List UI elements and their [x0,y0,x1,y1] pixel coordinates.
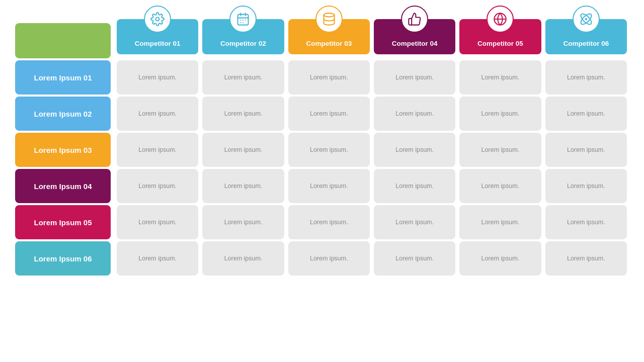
cell-text-3-2: Lorem ipsum. [224,146,263,153]
cell-text-5-4: Lorem ipsum. [395,219,434,226]
cell-text-6-6: Lorem ipsum. [567,255,605,262]
row-label-4: Lorem Ipsum 04 [15,169,111,203]
cell-text-5-1: Lorem ipsum. [138,219,177,226]
cell-text-1-4: Lorem ipsum. [395,74,434,81]
chart-container: Competitor 01 Competitor 02 Competitor 0… [15,19,629,278]
cell-text-2-1: Lorem ipsum. [138,110,177,117]
cell-text-1-6: Lorem ipsum. [567,74,605,81]
cell-text-1-1: Lorem ipsum. [138,74,177,81]
cell-1-3: Lorem ipsum. [288,60,370,95]
cell-text-4-6: Lorem ipsum. [567,183,605,190]
cell-3-6: Lorem ipsum. [545,133,627,167]
cell-text-3-6: Lorem ipsum. [567,146,605,153]
data-row-5: Lorem Ipsum 05Lorem ipsum.Lorem ipsum.Lo… [15,205,629,239]
cell-4-6: Lorem ipsum. [545,169,627,203]
competitor-header-3: Competitor 03 [288,19,370,58]
data-row-2: Lorem Ipsum 02Lorem ipsum.Lorem ipsum.Lo… [15,97,629,131]
row-label-3: Lorem Ipsum 03 [15,133,111,167]
cell-text-3-1: Lorem ipsum. [138,146,177,153]
cell-6-6: Lorem ipsum. [545,241,627,276]
cell-text-2-6: Lorem ipsum. [567,110,605,117]
cell-2-2: Lorem ipsum. [202,97,284,131]
competitor-header-1: Competitor 01 [117,19,198,58]
competitor-icon-6 [573,6,600,33]
cell-6-4: Lorem ipsum. [374,241,455,276]
competitor-icon-1 [144,6,171,33]
row-label-text-5: Lorem Ipsum 05 [34,218,92,227]
cell-text-3-5: Lorem ipsum. [481,146,520,153]
cell-text-4-5: Lorem ipsum. [481,183,520,190]
cell-2-5: Lorem ipsum. [459,97,541,131]
cell-3-4: Lorem ipsum. [374,133,455,167]
cell-3-3: Lorem ipsum. [288,133,370,167]
competitor-name-4: Competitor 04 [392,40,438,47]
row-label-2: Lorem Ipsum 02 [15,97,111,131]
row-label-text-4: Lorem Ipsum 04 [34,182,92,191]
cell-5-3: Lorem ipsum. [288,205,370,239]
cell-2-1: Lorem ipsum. [117,97,198,131]
cell-text-1-5: Lorem ipsum. [481,74,520,81]
cell-text-5-6: Lorem ipsum. [567,219,605,226]
cell-text-4-2: Lorem ipsum. [224,183,263,190]
cell-4-5: Lorem ipsum. [459,169,541,203]
row-label-5: Lorem Ipsum 05 [15,205,111,239]
cell-6-3: Lorem ipsum. [288,241,370,276]
cell-1-6: Lorem ipsum. [545,60,627,95]
cell-2-4: Lorem ipsum. [374,97,455,131]
cell-3-1: Lorem ipsum. [117,133,198,167]
cell-text-1-2: Lorem ipsum. [224,74,263,81]
cell-6-2: Lorem ipsum. [202,241,284,276]
cell-4-4: Lorem ipsum. [374,169,455,203]
svg-point-10 [324,13,334,17]
header-row: Competitor 01 Competitor 02 Competitor 0… [15,19,629,58]
header-spacer [15,23,111,58]
competitor-name-2: Competitor 02 [220,40,266,47]
cell-1-4: Lorem ipsum. [374,60,455,95]
cell-1-1: Lorem ipsum. [117,60,198,95]
cell-text-2-5: Lorem ipsum. [481,110,520,117]
cell-2-3: Lorem ipsum. [288,97,370,131]
row-label-text-3: Lorem Ipsum 03 [34,146,92,154]
cell-text-1-3: Lorem ipsum. [310,74,348,81]
cell-3-5: Lorem ipsum. [459,133,541,167]
cell-2-6: Lorem ipsum. [545,97,627,131]
svg-rect-1 [238,15,249,25]
cell-text-6-3: Lorem ipsum. [310,255,348,262]
cell-6-5: Lorem ipsum. [459,241,541,276]
cell-5-6: Lorem ipsum. [545,205,627,239]
data-row-6: Lorem Ipsum 06Lorem ipsum.Lorem ipsum.Lo… [15,241,629,276]
cell-text-3-4: Lorem ipsum. [395,146,434,153]
cell-text-4-4: Lorem ipsum. [395,183,434,190]
cell-5-5: Lorem ipsum. [459,205,541,239]
cell-text-6-2: Lorem ipsum. [224,255,263,262]
cell-5-1: Lorem ipsum. [117,205,198,239]
competitor-name-5: Competitor 05 [477,40,523,47]
row-label-6: Lorem Ipsum 06 [15,241,111,276]
cell-text-5-3: Lorem ipsum. [310,219,348,226]
cell-4-1: Lorem ipsum. [117,169,198,203]
competitor-header-6: Competitor 06 [545,19,627,58]
row-label-1: Lorem Ipsum 01 [15,60,111,95]
competitor-header-2: Competitor 02 [202,19,284,58]
row-label-text-1: Lorem Ipsum 01 [34,73,92,82]
cell-text-4-3: Lorem ipsum. [310,183,348,190]
row-label-text-2: Lorem Ipsum 02 [34,110,92,118]
competitor-icon-3 [315,6,343,33]
cell-text-3-3: Lorem ipsum. [310,146,348,153]
cell-4-3: Lorem ipsum. [288,169,370,203]
cell-text-6-4: Lorem ipsum. [395,255,434,262]
competitor-name-6: Competitor 06 [563,40,609,47]
cell-text-2-3: Lorem ipsum. [310,110,348,117]
cell-text-6-1: Lorem ipsum. [138,255,177,262]
data-row-1: Lorem Ipsum 01Lorem ipsum.Lorem ipsum.Lo… [15,60,629,95]
svg-point-13 [586,19,587,20]
cell-text-2-2: Lorem ipsum. [224,110,263,117]
cell-text-2-4: Lorem ipsum. [395,110,434,117]
cell-1-5: Lorem ipsum. [459,60,541,95]
data-row-4: Lorem Ipsum 04Lorem ipsum.Lorem ipsum.Lo… [15,169,629,203]
cell-text-6-5: Lorem ipsum. [481,255,520,262]
cell-text-4-1: Lorem ipsum. [138,183,177,190]
competitor-icon-4 [401,6,428,33]
cell-text-5-5: Lorem ipsum. [481,219,520,226]
cell-5-2: Lorem ipsum. [202,205,284,239]
